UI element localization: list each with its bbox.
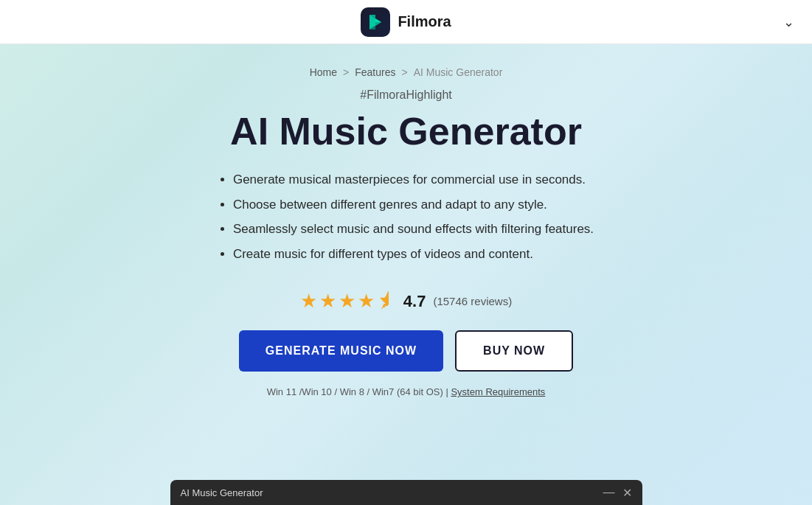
main-content: Home > Features > AI Music Generator #Fi… (0, 44, 812, 505)
page-title: AI Music Generator (230, 111, 582, 153)
app-window-controls: — ✕ (603, 486, 632, 500)
stars-display: ★ ★ ★ ★ ⯨ (300, 290, 396, 313)
feature-list: Generate musical masterpieces for commer… (218, 170, 594, 269)
breadcrumb-current: AI Music Generator (414, 66, 503, 78)
star-4: ★ (358, 290, 375, 313)
button-row: GENERATE MUSIC NOW BUY NOW (239, 330, 573, 372)
logo-icon (361, 7, 390, 37)
breadcrumb-home[interactable]: Home (310, 66, 337, 78)
star-3: ★ (339, 290, 355, 313)
header-chevron-icon[interactable]: ⌄ (783, 14, 794, 30)
minimize-icon[interactable]: — (603, 486, 615, 499)
feature-item-4: Create music for different types of vide… (233, 245, 594, 264)
system-requirements-text: Win 11 /Win 10 / Win 8 / Win7 (64 bit OS… (267, 386, 546, 397)
system-text: Win 11 /Win 10 / Win 8 / Win7 (64 bit OS… (267, 386, 448, 397)
header: Filmora ⌄ (0, 0, 812, 44)
logo-text: Filmora (398, 13, 451, 30)
rating-reviews: (15746 reviews) (433, 295, 512, 307)
feature-item-1: Generate musical masterpieces for commer… (233, 170, 594, 189)
feature-item-3: Seamlessly select music and sound effect… (233, 220, 594, 239)
buy-now-button[interactable]: BUY NOW (455, 330, 573, 372)
hashtag-label: #FilmoraHighlight (360, 88, 452, 102)
close-icon[interactable]: ✕ (622, 486, 632, 500)
star-2: ★ (319, 290, 336, 313)
star-1: ★ (300, 290, 317, 313)
feature-item-2: Choose between different genres and adap… (233, 195, 594, 215)
generate-music-button[interactable]: GENERATE MUSIC NOW (239, 330, 443, 372)
breadcrumb-sep1: > (343, 66, 349, 78)
app-window-title: AI Music Generator (181, 487, 263, 498)
star-5: ⯨ (377, 290, 396, 313)
breadcrumb: Home > Features > AI Music Generator (310, 66, 503, 78)
breadcrumb-sep2: > (402, 66, 408, 78)
rating-value: 4.7 (403, 292, 426, 311)
app-window-bar: AI Music Generator — ✕ (170, 480, 642, 505)
logo[interactable]: Filmora (361, 7, 451, 37)
breadcrumb-features[interactable]: Features (355, 66, 395, 78)
system-requirements-link[interactable]: System Requirements (451, 386, 545, 397)
rating-section: ★ ★ ★ ★ ⯨ 4.7 (15746 reviews) (300, 290, 512, 313)
